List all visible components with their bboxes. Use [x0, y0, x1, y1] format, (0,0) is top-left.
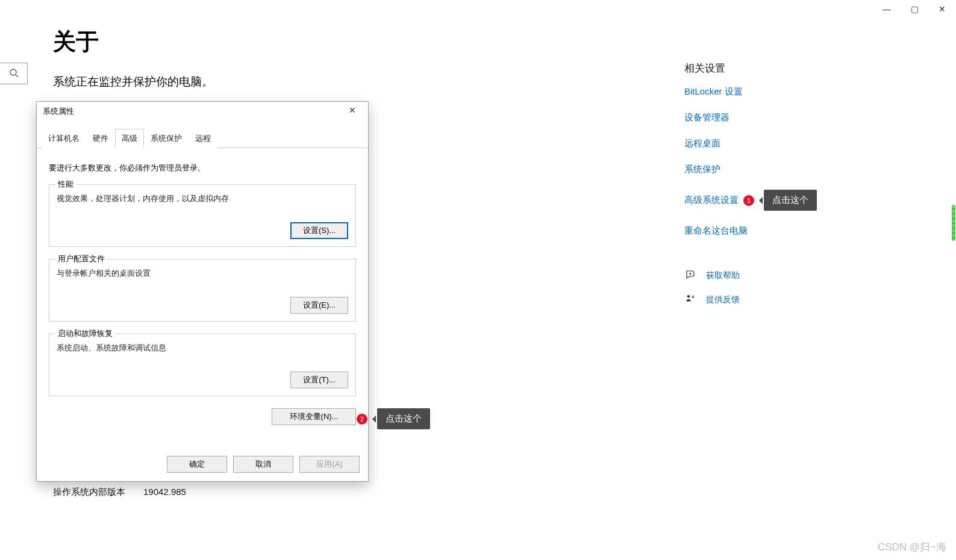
annotation-2-wrapper: 2 点击这个 — [352, 408, 430, 429]
scroll-indicator[interactable] — [952, 205, 955, 241]
ok-button[interactable]: 确定 — [167, 456, 227, 473]
related-heading: 相关设置 — [684, 61, 841, 75]
page-title: 关于 — [53, 26, 655, 57]
link-device-manager[interactable]: 设备管理器 — [684, 112, 841, 123]
tab-hardware[interactable]: 硬件 — [86, 129, 115, 148]
user-profiles-settings-button[interactable]: 设置(E)... — [290, 297, 348, 314]
group-user-profiles-legend: 用户配置文件 — [55, 254, 107, 264]
svg-line-1 — [16, 75, 18, 77]
os-build-value: 19042.985 — [143, 487, 186, 498]
dialog-tabs: 计算机名 硬件 高级 系统保护 远程 — [37, 128, 368, 148]
annotation-callout-1: 点击这个 — [764, 190, 817, 211]
get-help-link[interactable]: 获取帮助 — [684, 269, 841, 282]
performance-settings-button[interactable]: 设置(S)... — [290, 222, 348, 239]
related-settings: 相关设置 BitLocker 设置 设备管理器 远程桌面 系统保护 高级系统设置… — [684, 61, 841, 317]
annotation-callout-2: 点击这个 — [377, 408, 430, 429]
svg-point-2 — [690, 273, 691, 275]
tab-advanced[interactable]: 高级 — [115, 129, 144, 148]
group-performance: 性能 视觉效果，处理器计划，内存使用，以及虚拟内存 设置(S)... — [49, 184, 356, 247]
link-rename-pc[interactable]: 重命名这台电脑 — [684, 225, 841, 237]
get-help-label: 获取帮助 — [706, 270, 740, 281]
group-startup-recovery-desc: 系统启动、系统故障和调试信息 — [57, 343, 348, 353]
os-build-row: 操作系统内部版本 19042.985 — [53, 487, 186, 498]
feedback-icon — [684, 293, 696, 306]
link-remote-desktop[interactable]: 远程桌面 — [684, 138, 841, 149]
system-properties-dialog: 系统属性 ✕ 计算机名 硬件 高级 系统保护 远程 要进行大多数更改，你必须作为… — [36, 101, 369, 482]
svg-point-3 — [687, 295, 690, 298]
tab-computer-name[interactable]: 计算机名 — [42, 129, 86, 148]
annotation-badge-1: 1 — [743, 195, 754, 206]
apply-button[interactable]: 应用(A) — [299, 456, 360, 473]
svg-point-0 — [10, 69, 16, 75]
cancel-button[interactable]: 取消 — [233, 456, 293, 473]
link-bitlocker[interactable]: BitLocker 设置 — [684, 86, 841, 98]
watermark: CSDN @归~海 — [878, 540, 946, 554]
group-startup-recovery: 启动和故障恢复 系统启动、系统故障和调试信息 设置(T)... — [49, 334, 356, 396]
svg-point-4 — [692, 296, 694, 298]
maximize-button[interactable]: ▢ — [901, 0, 928, 18]
tab-system-protection[interactable]: 系统保护 — [144, 129, 189, 148]
feedback-link[interactable]: 提供反馈 — [684, 293, 841, 306]
minimize-button[interactable]: — — [873, 0, 901, 18]
group-user-profiles: 用户配置文件 与登录帐户相关的桌面设置 设置(E)... — [49, 259, 356, 322]
annotation-badge-2: 2 — [357, 414, 367, 425]
search-box[interactable] — [0, 63, 28, 84]
group-user-profiles-desc: 与登录帐户相关的桌面设置 — [57, 268, 348, 279]
startup-recovery-settings-button[interactable]: 设置(T)... — [290, 372, 348, 388]
environment-variables-button[interactable]: 环境变量(N)... — [272, 408, 356, 425]
dialog-footer: 确定 取消 应用(A) — [167, 456, 360, 473]
tab-advanced-body: 要进行大多数更改，你必须作为管理员登录。 性能 视觉效果，处理器计划，内存使用，… — [37, 148, 368, 436]
tab-remote[interactable]: 远程 — [189, 129, 217, 148]
link-advanced-system-settings[interactable]: 高级系统设置 — [684, 194, 739, 206]
feedback-label: 提供反馈 — [706, 294, 740, 305]
search-icon — [9, 68, 19, 79]
group-performance-legend: 性能 — [55, 179, 76, 190]
group-startup-recovery-legend: 启动和故障恢复 — [55, 328, 115, 339]
help-icon — [684, 269, 696, 282]
close-window-button[interactable]: ✕ — [928, 0, 956, 18]
link-system-protection[interactable]: 系统保护 — [684, 164, 841, 175]
admin-note: 要进行大多数更改，你必须作为管理员登录。 — [49, 163, 356, 173]
dialog-title-text: 系统属性 — [43, 106, 74, 117]
page-subtitle: 系统正在监控并保护你的电脑。 — [53, 74, 655, 90]
group-performance-desc: 视觉效果，处理器计划，内存使用，以及虚拟内存 — [57, 193, 348, 204]
dialog-close-button[interactable]: ✕ — [343, 105, 362, 117]
window-controls: — ▢ ✕ — [873, 0, 956, 18]
os-build-label: 操作系统内部版本 — [53, 487, 143, 498]
